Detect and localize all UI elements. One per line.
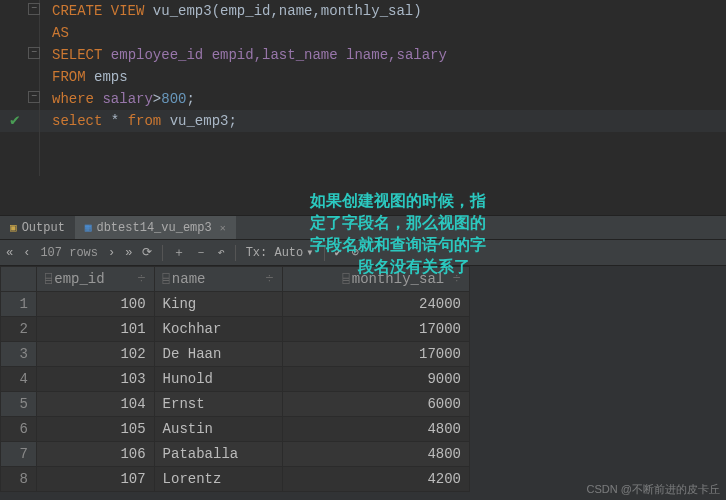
- kw-select2: select: [52, 113, 102, 129]
- row-number: 8: [1, 467, 37, 492]
- kw-as: AS: [52, 25, 69, 41]
- output-icon: ▣: [10, 221, 17, 234]
- cell-emp-id[interactable]: 100: [37, 292, 155, 317]
- cell-monthly-sal[interactable]: 9000: [282, 367, 469, 392]
- col-name[interactable]: ⌸name ÷: [154, 267, 282, 292]
- table-row[interactable]: 1100King24000: [1, 292, 470, 317]
- tab-output-label: Output: [22, 221, 65, 235]
- row-number: 3: [1, 342, 37, 367]
- add-row-button[interactable]: ＋: [173, 244, 185, 261]
- row-number: 1: [1, 292, 37, 317]
- result-grid: ⌸emp_id ÷ ⌸name ÷ ⌸monthly_sal ÷ 1100Kin…: [0, 266, 470, 492]
- col-emp-id[interactable]: ⌸emp_id ÷: [37, 267, 155, 292]
- table-row[interactable]: 7106Pataballa4800: [1, 442, 470, 467]
- col-salary: salary: [102, 91, 152, 107]
- kw-select: SELECT: [52, 47, 102, 63]
- row-number: 4: [1, 367, 37, 392]
- key-icon: ⌸: [45, 273, 52, 287]
- cell-emp-id[interactable]: 104: [37, 392, 155, 417]
- column-icon: ⌸: [163, 273, 170, 287]
- corner-cell: [1, 267, 37, 292]
- first-page-button[interactable]: «: [6, 246, 13, 260]
- last-page-button[interactable]: »: [125, 246, 132, 260]
- result-grid-wrap[interactable]: ⌸emp_id ÷ ⌸name ÷ ⌸monthly_sal ÷ 1100Kin…: [0, 266, 726, 500]
- cell-emp-id[interactable]: 103: [37, 367, 155, 392]
- fold-icon[interactable]: −: [28, 91, 40, 103]
- row-number: 2: [1, 317, 37, 342]
- tx-mode[interactable]: Tx: Auto ▾: [246, 245, 314, 260]
- cell-name[interactable]: De Haan: [154, 342, 282, 367]
- cell-name[interactable]: Lorentz: [154, 467, 282, 492]
- cell-emp-id[interactable]: 102: [37, 342, 155, 367]
- cell-monthly-sal[interactable]: 6000: [282, 392, 469, 417]
- cell-name[interactable]: King: [154, 292, 282, 317]
- delete-row-button[interactable]: －: [195, 244, 207, 261]
- cell-monthly-sal[interactable]: 17000: [282, 317, 469, 342]
- revert-button[interactable]: ↶: [217, 245, 224, 260]
- fold-icon[interactable]: −: [28, 3, 40, 15]
- refresh-button[interactable]: ⟳: [142, 245, 152, 260]
- cell-monthly-sal[interactable]: 4800: [282, 442, 469, 467]
- tab-result[interactable]: ▦ dbtest14_vu_emp3 ✕: [75, 216, 236, 239]
- table-row[interactable]: 8107Lorentz4200: [1, 467, 470, 492]
- cell-emp-id[interactable]: 101: [37, 317, 155, 342]
- table-name: emps: [94, 69, 128, 85]
- view-cols: (emp_id,name,monthly_sal): [212, 3, 422, 19]
- table-row[interactable]: 4103Hunold9000: [1, 367, 470, 392]
- cell-monthly-sal[interactable]: 17000: [282, 342, 469, 367]
- kw-from: FROM: [52, 69, 86, 85]
- row-count: 107 rows: [40, 246, 98, 260]
- cell-name[interactable]: Pataballa: [154, 442, 282, 467]
- table-icon: ▦: [85, 221, 92, 234]
- cell-name[interactable]: Ernst: [154, 392, 282, 417]
- cell-name[interactable]: Austin: [154, 417, 282, 442]
- check-icon: ✔: [10, 110, 20, 132]
- cell-monthly-sal[interactable]: 24000: [282, 292, 469, 317]
- prev-page-button[interactable]: ‹: [23, 246, 30, 260]
- table-row[interactable]: 2101Kochhar17000: [1, 317, 470, 342]
- table-row[interactable]: 3102De Haan17000: [1, 342, 470, 367]
- fold-icon[interactable]: −: [28, 47, 40, 59]
- view-name: vu_emp3: [153, 3, 212, 19]
- row-number: 7: [1, 442, 37, 467]
- cell-monthly-sal[interactable]: 4800: [282, 417, 469, 442]
- sql-editor[interactable]: − CREATE VIEW vu_emp3(emp_id,name,monthl…: [0, 0, 726, 186]
- row-number: 5: [1, 392, 37, 417]
- tab-result-label: dbtest14_vu_emp3: [96, 221, 211, 235]
- literal-800: 800: [161, 91, 186, 107]
- cell-emp-id[interactable]: 106: [37, 442, 155, 467]
- select-cols: employee_id empid,last_name lname,salary: [111, 47, 447, 63]
- next-page-button[interactable]: ›: [108, 246, 115, 260]
- row-number: 6: [1, 417, 37, 442]
- from-view: vu_emp3: [170, 113, 229, 129]
- close-icon[interactable]: ✕: [220, 222, 226, 234]
- cell-emp-id[interactable]: 105: [37, 417, 155, 442]
- table-row[interactable]: 6105Austin4800: [1, 417, 470, 442]
- cell-name[interactable]: Hunold: [154, 367, 282, 392]
- cell-emp-id[interactable]: 107: [37, 467, 155, 492]
- kw-from2: from: [128, 113, 162, 129]
- annotation-text: 如果创建视图的时候，指 定了字段名，那么视图的 字段名就和查询语句的字 段名没有…: [310, 190, 486, 278]
- kw-where: where: [52, 91, 94, 107]
- kw-create-view: CREATE VIEW: [52, 3, 144, 19]
- cell-monthly-sal[interactable]: 4200: [282, 467, 469, 492]
- table-row[interactable]: 5104Ernst6000: [1, 392, 470, 417]
- tab-output[interactable]: ▣ Output: [0, 216, 75, 239]
- watermark: CSDN @不断前进的皮卡丘: [587, 482, 720, 497]
- cell-name[interactable]: Kochhar: [154, 317, 282, 342]
